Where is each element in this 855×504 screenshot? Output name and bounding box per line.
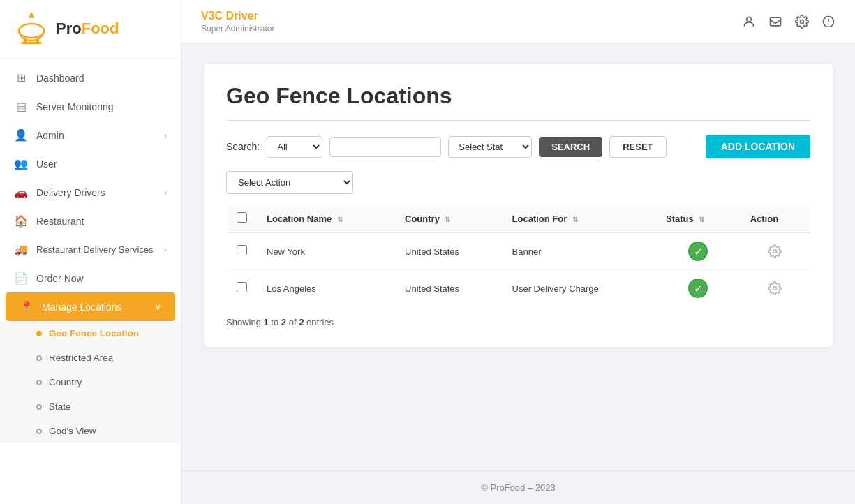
dot-icon <box>36 404 42 410</box>
dot-icon <box>36 429 42 434</box>
settings-action-icon[interactable] <box>750 281 800 295</box>
sidebar-sub-item-label: Country <box>49 377 82 387</box>
footer-text: © ProFood – 2023 <box>481 482 555 493</box>
row-checkbox[interactable] <box>237 282 247 292</box>
svg-rect-6 <box>21 42 42 44</box>
sidebar-item-admin[interactable]: 👤 Admin › <box>0 121 181 149</box>
sidebar-item-server-monitoring[interactable]: ▤ Server Monitoring <box>0 92 181 121</box>
row-checkbox[interactable] <box>237 245 247 255</box>
search-filter-select[interactable]: All Location Name Country Location For <box>267 136 322 158</box>
server-icon: ▤ <box>14 100 28 113</box>
chevron-down-icon: ∨ <box>155 302 161 312</box>
sidebar-item-label: User <box>36 158 57 170</box>
svg-point-13 <box>773 250 777 253</box>
settings-action-icon[interactable] <box>750 244 800 258</box>
select-all-col <box>227 205 258 233</box>
restaurant-icon: 🏠 <box>14 214 28 228</box>
country-cell: United States <box>395 233 503 270</box>
sidebar-nav: ⊞ Dashboard ▤ Server Monitoring 👤 Admin … <box>0 58 181 504</box>
sidebar-item-geo-fence-location[interactable]: Geo Fence Location <box>0 321 181 346</box>
sidebar-item-restaurant-delivery[interactable]: 🚚 Restaurant Delivery Services › <box>0 235 181 264</box>
action-select[interactable]: Select Action Delete Selected Activate S… <box>226 171 353 194</box>
dot-icon <box>36 355 42 361</box>
logo-icon <box>14 11 49 46</box>
sidebar-item-dashboard[interactable]: ⊞ Dashboard <box>0 64 181 92</box>
sidebar-item-country[interactable]: Country <box>0 370 181 394</box>
status-cell: ✓ <box>656 233 741 270</box>
sort-icon: ⇅ <box>337 216 343 223</box>
active-status-icon: ✓ <box>688 242 708 261</box>
sidebar-item-manage-locations[interactable]: 📍 Manage Locations ∨ <box>6 292 175 321</box>
header-info: V3C Driver Super Administrator <box>201 10 274 34</box>
sidebar-item-delivery-drivers[interactable]: 🚗 Delivery Drivers › <box>0 178 181 207</box>
content-area: Geo Fence Locations Search: All Location… <box>181 44 855 470</box>
delivery-icon: 🚚 <box>14 243 28 256</box>
select-all-checkbox[interactable] <box>237 212 247 223</box>
state-select[interactable]: Select Stat Active Inactive <box>448 136 532 158</box>
status-cell: ✓ <box>656 270 741 307</box>
row-checkbox-cell <box>227 270 258 307</box>
location-for-cell: Banner <box>503 233 656 270</box>
sidebar-item-order-now[interactable]: 📄 Order Now <box>0 264 181 292</box>
action-header: Action <box>741 205 810 233</box>
pagination-info: Showing 1 to 2 of 2 entries <box>226 317 810 327</box>
add-location-button[interactable]: ADD LOCATION <box>706 135 810 158</box>
notifications-icon[interactable] <box>768 15 782 29</box>
sidebar-item-user[interactable]: 👥 User <box>0 149 181 178</box>
sidebar-item-label: Restaurant <box>36 216 84 227</box>
logo: ProFood <box>0 0 181 58</box>
country-header: Country ⇅ <box>395 205 503 233</box>
main-area: V3C Driver Super Administrator Geo Fence… <box>181 0 855 504</box>
logo-text: ProFood <box>56 20 119 38</box>
svg-point-9 <box>801 20 804 24</box>
sidebar-item-label: Admin <box>36 130 64 141</box>
sidebar-sub-item-label: God's View <box>49 426 96 436</box>
car-icon: 🚗 <box>14 186 28 199</box>
row-checkbox-cell <box>227 233 258 270</box>
sidebar-item-label: Manage Locations <box>42 302 121 313</box>
header-title: V3C Driver <box>201 10 274 22</box>
status-icon-container: ✓ <box>666 242 731 261</box>
chevron-right-icon: › <box>164 131 167 140</box>
sidebar-item-restaurant[interactable]: 🏠 Restaurant <box>0 207 181 235</box>
sort-icon: ⇅ <box>699 216 704 223</box>
search-button[interactable]: SEARCH <box>539 137 602 157</box>
status-icon-container: ✓ <box>666 279 731 298</box>
status-header: Status ⇅ <box>656 205 741 233</box>
sidebar-item-label: Order Now <box>36 273 84 284</box>
location-name-header: Location Name ⇅ <box>257 205 395 233</box>
sidebar-item-state[interactable]: State <box>0 394 181 419</box>
reset-button[interactable]: RESET <box>609 136 666 158</box>
chevron-right-icon: › <box>164 188 167 198</box>
header: V3C Driver Super Administrator <box>181 0 855 44</box>
dashboard-icon: ⊞ <box>14 71 28 84</box>
action-cell <box>741 233 810 270</box>
admin-icon: 👤 <box>14 128 28 142</box>
order-icon: 📄 <box>14 272 28 285</box>
action-bar: Select Action Delete Selected Activate S… <box>226 171 810 194</box>
table-header-row: Location Name ⇅ Country ⇅ Location For ⇅… <box>227 205 810 233</box>
user-profile-icon[interactable] <box>742 15 756 29</box>
page-title: Geo Fence Locations <box>226 83 810 109</box>
sidebar-sub-item-label: Restricted Area <box>49 353 113 363</box>
sidebar: ProFood ⊞ Dashboard ▤ Server Monitoring … <box>0 0 181 504</box>
location-icon: 📍 <box>20 300 34 313</box>
sidebar-sub-item-label: Geo Fence Location <box>49 328 139 339</box>
search-input[interactable] <box>329 137 441 157</box>
sidebar-item-gods-view[interactable]: God's View <box>0 419 181 443</box>
search-label: Search: <box>226 141 260 152</box>
sidebar-sub-item-label: State <box>49 401 71 412</box>
dot-icon <box>36 380 42 385</box>
sort-icon: ⇅ <box>572 216 578 223</box>
sidebar-item-label: Server Monitoring <box>36 101 114 112</box>
footer: © ProFood – 2023 <box>181 470 855 504</box>
svg-point-14 <box>773 287 777 290</box>
title-divider <box>226 120 810 121</box>
sidebar-item-restricted-area[interactable]: Restricted Area <box>0 346 181 370</box>
settings-icon[interactable] <box>795 15 809 29</box>
logout-icon[interactable] <box>821 15 835 29</box>
search-bar: Search: All Location Name Country Locati… <box>226 135 810 158</box>
logo-name: ProFood <box>56 20 119 37</box>
action-cell <box>741 270 810 307</box>
sidebar-item-label: Dashboard <box>36 73 84 84</box>
